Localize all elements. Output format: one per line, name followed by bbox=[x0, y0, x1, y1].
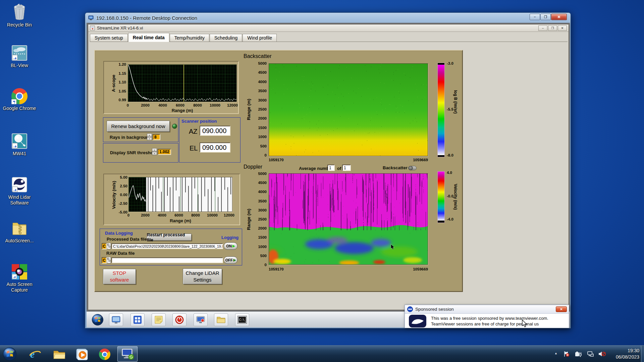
path-browse-icon[interactable] bbox=[107, 257, 111, 263]
app-maximize-button[interactable]: ❐ bbox=[548, 25, 557, 31]
remote-start-button[interactable] bbox=[92, 314, 104, 326]
chrome-icon bbox=[99, 349, 110, 360]
velocity-xtick: 2000 bbox=[140, 213, 151, 217]
doppler-colorbar-tick: -0.0 bbox=[447, 194, 453, 198]
remote-taskbar-power-app-button[interactable] bbox=[172, 313, 186, 326]
spin-down-icon[interactable]: ▼ bbox=[152, 152, 157, 156]
spin-up-icon[interactable]: ▲ bbox=[147, 133, 152, 137]
desktop-icon-mw41[interactable]: MW41 bbox=[1, 133, 38, 157]
doppler-ytick: 2500 bbox=[258, 217, 267, 221]
desktop-icon-autoscreen-zip[interactable]: AutoScreen... bbox=[1, 220, 38, 244]
taskbar-wmp-button[interactable] bbox=[76, 348, 88, 360]
folder-icon bbox=[53, 349, 65, 360]
app-minimize-button[interactable]: – bbox=[538, 25, 547, 31]
snr-value-field[interactable]: 1.002 bbox=[158, 149, 171, 155]
off-label: OFF bbox=[225, 258, 233, 262]
backscatter-toggle[interactable] bbox=[408, 166, 417, 170]
teamviewer-popup-titlebar[interactable]: Sponsored session ✕ bbox=[405, 305, 569, 314]
remote-taskbar-folder-button[interactable] bbox=[214, 313, 228, 326]
snr-spinner[interactable]: ▲ ▼ bbox=[152, 148, 157, 155]
network-icon[interactable] bbox=[587, 351, 594, 357]
average-total-field[interactable]: 1 bbox=[342, 165, 351, 171]
rdp-maximize-button[interactable]: ❐ bbox=[540, 14, 551, 20]
start-button[interactable] bbox=[3, 347, 17, 361]
mw41-icon bbox=[11, 133, 28, 149]
taskbar-explorer-button[interactable] bbox=[53, 348, 65, 360]
velocity-xtick: 6000 bbox=[173, 213, 184, 217]
desktop-icon-auto-screen-capture[interactable]: Auto Screen Capture bbox=[1, 263, 38, 293]
rays-value-field[interactable]: 8 bbox=[153, 134, 160, 140]
rdp-titlebar[interactable]: 192.168.0.150 - Remote Desktop Connectio… bbox=[85, 13, 571, 23]
average-number-field[interactable]: 1 bbox=[327, 165, 335, 171]
spin-up-icon[interactable]: ▲ bbox=[152, 148, 157, 152]
velocity-plot bbox=[128, 177, 232, 212]
desktop-icon-wind-lidar[interactable]: Wind Lidar Software bbox=[1, 176, 38, 206]
doppler-colorbar-tick: -4.0 bbox=[447, 217, 453, 221]
processed-path-field[interactable]: C:\Lidar\Data\Proc\2023\202308\20230806\… bbox=[111, 243, 223, 249]
app-close-button[interactable]: ✕ bbox=[558, 25, 567, 31]
battery-icon[interactable] bbox=[575, 351, 582, 357]
velocity-xtick: 0 bbox=[123, 213, 134, 217]
rdp-minimize-button[interactable]: – bbox=[530, 14, 540, 20]
backscatter-ytick: 500 bbox=[260, 144, 267, 148]
tab-real-time-data[interactable]: Real time data bbox=[128, 33, 169, 42]
remote-taskbar-grid-app-button[interactable] bbox=[130, 313, 145, 326]
volume-muted-icon[interactable] bbox=[598, 351, 606, 357]
tab-wind-profile[interactable]: Wind profile bbox=[243, 34, 277, 42]
raw-drive-selector[interactable]: C bbox=[102, 257, 107, 263]
processed-logging-on-button[interactable]: ON ▶ bbox=[224, 242, 237, 250]
tab-temp-humidity[interactable]: Temp/humidity bbox=[170, 34, 209, 42]
stop-software-button[interactable]: STOP software bbox=[103, 269, 136, 284]
recycle-bin-icon bbox=[11, 3, 28, 21]
desktop-icon-label: Auto Screen Capture bbox=[1, 282, 38, 293]
spin-down-icon[interactable]: ▼ bbox=[147, 137, 152, 141]
doppler-ytick: 500 bbox=[260, 254, 267, 258]
az-value-field[interactable]: 090.000 bbox=[200, 126, 230, 136]
taskbar-chrome-button[interactable] bbox=[99, 348, 111, 360]
front-panel: A-scope 1.201.151.101.050.99 bbox=[94, 50, 463, 292]
remote-taskbar-window-button[interactable] bbox=[109, 313, 123, 326]
tray-clock[interactable]: 19:30 06/08/2023 bbox=[607, 348, 639, 360]
path-browse-icon[interactable] bbox=[107, 243, 111, 249]
tab-system-setup[interactable]: System setup bbox=[90, 34, 128, 42]
el-value-field[interactable]: 090.000 bbox=[200, 142, 230, 153]
rays-spinner[interactable]: ▲ ▼ bbox=[147, 133, 152, 140]
cmd-icon: C:\_ bbox=[238, 316, 247, 323]
processed-drive-selector[interactable]: C bbox=[102, 243, 107, 249]
remote-taskbar-cmd-button[interactable]: C:\_ bbox=[235, 313, 249, 326]
velocity-ytick: -2.50 bbox=[119, 201, 127, 205]
doppler-colorbar bbox=[437, 171, 445, 223]
desktop-icon-bl-view[interactable]: BL-View bbox=[1, 45, 38, 68]
rays-in-background-label: Rays in background bbox=[110, 135, 151, 140]
change-lidar-settings-button[interactable]: Change LiDAR Settings bbox=[183, 268, 222, 284]
doppler-heatmap bbox=[269, 173, 428, 265]
taskbar-ie-button[interactable]: e bbox=[29, 348, 41, 360]
tray-expand-icon[interactable]: ▲ bbox=[554, 352, 557, 355]
led-arrow-icon: ▶ bbox=[232, 244, 235, 248]
remote-taskbar-capture-button[interactable] bbox=[194, 313, 208, 326]
action-center-flag-icon[interactable] bbox=[564, 351, 570, 357]
app-titlebar[interactable]: StreamLine XR v14-6.vi – ❐ ✕ bbox=[88, 24, 569, 32]
tab-strip: System setup Real time data Temp/humidit… bbox=[90, 33, 568, 42]
raw-logging-off-button[interactable]: OFF ▶ bbox=[224, 256, 237, 264]
tab-scheduling[interactable]: Scheduling bbox=[210, 34, 242, 42]
doppler-ytick: 5000 bbox=[258, 172, 267, 176]
backscatter-x-end: 1059669 bbox=[408, 158, 428, 162]
bl-view-icon bbox=[11, 45, 28, 61]
show-desktop-button[interactable] bbox=[641, 346, 644, 362]
renew-background-button[interactable]: Renew background now bbox=[107, 121, 170, 132]
desktop-icon-recycle-bin[interactable]: Recycle Bin bbox=[1, 3, 38, 28]
velocity-ytick: 5.00 bbox=[120, 175, 127, 179]
restart-processed-file-button[interactable]: Restart processed file bbox=[147, 234, 192, 241]
raw-path-field[interactable] bbox=[111, 257, 223, 263]
remote-taskbar-notes-button[interactable] bbox=[152, 313, 166, 326]
velocity-xtick: 12000 bbox=[223, 213, 235, 217]
ascope-xlabel: Range (m) bbox=[128, 108, 237, 113]
backscatter-colorbar-tick: -5.5 bbox=[447, 107, 453, 111]
rdp-close-button[interactable]: ✕ bbox=[551, 14, 567, 20]
desktop-icon-google-chrome[interactable]: Google Chrome bbox=[1, 88, 38, 111]
backscatter-ytick: 2000 bbox=[258, 116, 267, 120]
doppler-ytick: 3500 bbox=[258, 199, 267, 203]
teamviewer-close-button[interactable]: ✕ bbox=[556, 306, 567, 312]
taskbar-rdp-button-active[interactable] bbox=[117, 346, 138, 362]
